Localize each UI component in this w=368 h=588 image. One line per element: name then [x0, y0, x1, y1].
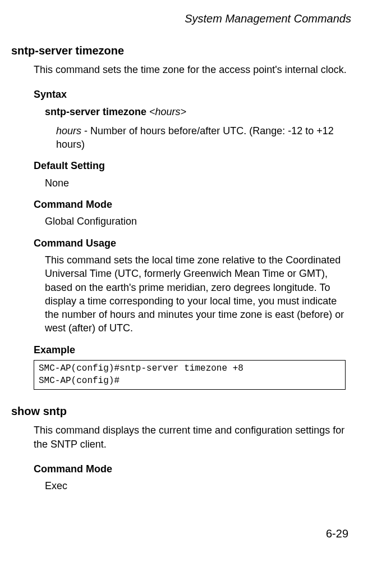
parameter-description: hours - Number of hours before/after UTC… — [56, 124, 351, 152]
parameter-text: - Number of hours before/after UTC. (Ran… — [56, 125, 334, 150]
command-mode-value: Global Configuration — [45, 215, 351, 228]
syntax-line: sntp-server timezone <hours> — [45, 105, 351, 118]
command-mode-label: Command Mode — [34, 462, 351, 476]
page-number: 6-29 — [11, 526, 348, 541]
parameter-name: hours — [56, 125, 81, 136]
command-heading-sntp-server-timezone: sntp-server timezone — [11, 43, 351, 58]
syntax-label: Syntax — [34, 88, 351, 101]
command-mode-label: Command Mode — [34, 198, 351, 211]
syntax-argument: <hours> — [149, 106, 186, 117]
example-label: Example — [34, 343, 351, 357]
command-intro: This command displays the current time a… — [34, 423, 351, 451]
command-heading-show-sntp: show sntp — [11, 404, 351, 419]
default-setting-value: None — [45, 176, 351, 190]
chapter-title: System Management Commands — [11, 11, 351, 26]
command-usage-text: This command sets the local time zone re… — [45, 253, 346, 335]
syntax-command: sntp-server timezone — [45, 106, 146, 117]
command-mode-value: Exec — [45, 479, 351, 493]
command-intro: This command sets the time zone for the … — [34, 63, 351, 76]
command-usage-label: Command Usage — [34, 236, 351, 250]
example-code-block: SMC-AP(config)#sntp-server timezone +8 S… — [34, 360, 346, 390]
default-setting-label: Default Setting — [34, 159, 351, 172]
